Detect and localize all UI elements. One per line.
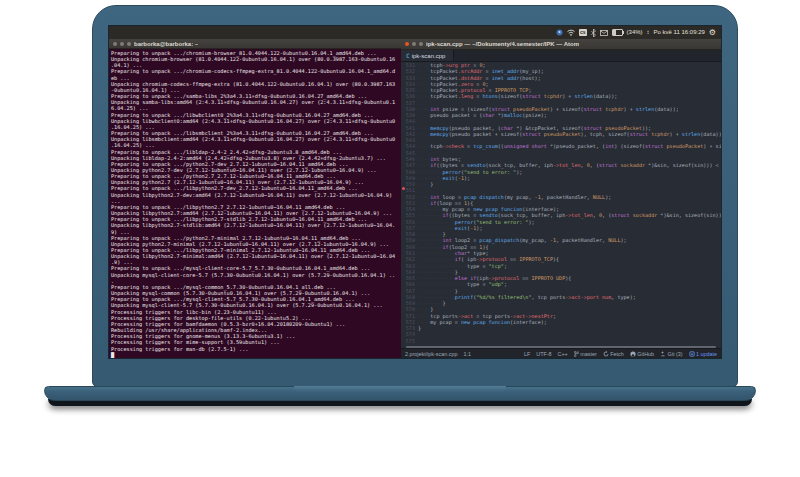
terminal-line: Preparing to unpack .../libpython2.7-dev… xyxy=(111,185,401,191)
session-gear-icon[interactable]: ⚙ xyxy=(709,26,716,39)
arrows-icon[interactable]: ↕ xyxy=(647,26,650,39)
mail-icon[interactable] xyxy=(600,30,608,36)
diff-icon xyxy=(660,351,666,357)
terminal-line: Preparing to unpack .../libwbclient0_2%3… xyxy=(111,112,401,118)
statusbar-right: LFUTF-8C++masterFetchGitHubGit (3)1 upda… xyxy=(524,351,717,357)
status-item-master[interactable]: master xyxy=(574,351,597,357)
terminal-title: barborka@barborka: ~ xyxy=(134,41,198,47)
status-item-1-update[interactable]: 1 update xyxy=(689,351,717,357)
system-panel: cs (34%) ↕ Po kvě 11 16:09:29 ⚙ xyxy=(109,26,721,39)
laptop-mockup: cs (34%) ↕ Po kvě 11 16:09:29 ⚙ barborka… xyxy=(0,0,800,477)
bluetooth-icon[interactable] xyxy=(591,29,596,37)
terminal-line: Unpacking mysql-client-5.7 (5.7.30-0ubun… xyxy=(111,302,401,308)
terminal-line: Unpacking libpython2.7-minimal:amd64 (2.… xyxy=(111,253,401,259)
atom-minimize-button[interactable] xyxy=(412,42,416,46)
tab-label: ipk-scan.cpp xyxy=(412,53,446,59)
atom-title: ipk-scan.cpp — ~/Dokumenty/4.semester/IP… xyxy=(426,41,579,47)
status-item-fetch[interactable]: Fetch xyxy=(603,351,624,357)
battery-percentage: (34%) xyxy=(627,26,643,39)
terminal-line: Unpacking mysql-client-core-5.7 (5.7.30-… xyxy=(111,272,401,278)
terminal-line: █ xyxy=(111,352,401,358)
code-line: 551 xyxy=(401,187,721,193)
atom-maximize-button[interactable] xyxy=(419,42,423,46)
status-item-github[interactable]: GitHub xyxy=(630,351,654,357)
indicator-icon[interactable] xyxy=(556,29,563,36)
sync-icon xyxy=(603,351,609,357)
tab-ipk-scan[interactable]: C ipk-scan.cpp xyxy=(401,50,454,61)
atom-statusbar: 2.projekt/ipk-scan.cpp 1:1 LFUTF-8C++mas… xyxy=(401,348,721,358)
branch-icon xyxy=(574,351,579,357)
code-line: 542····memcpy(pseudo_packet + sizeof(str… xyxy=(401,131,721,137)
cursor-position[interactable]: 1:1 xyxy=(463,351,471,357)
keyboard-layout[interactable]: cs xyxy=(579,29,587,36)
terminal-line: Preparing to unpack .../mysql-client-cor… xyxy=(111,265,401,271)
cpp-file-icon: C xyxy=(406,52,410,59)
github-icon xyxy=(630,351,636,357)
line-number: 575 xyxy=(401,338,418,344)
terminal-window: barborka@barborka: ~ Preparing to unpack… xyxy=(109,39,401,358)
update-icon xyxy=(689,351,695,357)
atom-window: ipk-scan.cpp — ~/Dokumenty/4.semester/IP… xyxy=(401,39,721,358)
code-editor[interactable]: 531····tcph->urg_ptr = 0;532····tcpPacke… xyxy=(401,62,721,344)
terminal-line: Unpacking libwbclient0:amd64 (2:4.3.11+d… xyxy=(111,118,401,124)
code-line: 544····tcph->check = tcp_csum((unsigned … xyxy=(401,143,721,149)
file-path[interactable]: 2.projekt/ipk-scan.cpp xyxy=(405,351,457,357)
terminal-close-button[interactable] xyxy=(113,42,117,46)
code-line: 575 xyxy=(401,338,721,344)
wifi-icon[interactable] xyxy=(567,29,575,36)
terminal-line: Unpacking libldap-2.4-2:amd64 (2.4.42+df… xyxy=(111,155,401,161)
terminal-line: Unpacking libpython2.7-stdlib:amd64 (2.7… xyxy=(111,222,401,228)
atom-tabbar: C ipk-scan.cpp xyxy=(401,50,721,62)
laptop-screen: cs (34%) ↕ Po kvě 11 16:09:29 ⚙ barborka… xyxy=(108,25,722,359)
terminal-maximize-button[interactable] xyxy=(127,42,131,46)
terminal-line: Unpacking samba-libs:amd64 (2:4.3.11+dfs… xyxy=(111,99,401,105)
terminal-output[interactable]: Preparing to unpack .../chromium-browser… xyxy=(109,49,401,358)
status-item-c-[interactable]: C++ xyxy=(558,351,568,357)
battery-icon[interactable] xyxy=(612,29,623,36)
atom-titlebar[interactable]: ipk-scan.cpp — ~/Dokumenty/4.semester/IP… xyxy=(401,39,721,50)
terminal-line: Preparing to unpack .../python2.7-minima… xyxy=(111,235,401,241)
terminal-line: Preparing to unpack .../chromium-codecs-… xyxy=(111,68,401,74)
status-item-lf[interactable]: LF xyxy=(524,351,530,357)
clock[interactable]: Po kvě 11 16:09:29 xyxy=(654,26,705,39)
laptop-base-notch xyxy=(294,386,506,392)
terminal-line: Unpacking libpython2.7-dev:amd64 (2.7.12… xyxy=(111,192,401,198)
terminal-line: Unpacking chromium-browser (81.0.4044.12… xyxy=(111,56,401,62)
status-item-git-3-[interactable]: Git (3) xyxy=(660,351,682,357)
terminal-minimize-button[interactable] xyxy=(120,42,124,46)
atom-close-button[interactable] xyxy=(405,42,409,46)
status-item-utf-8[interactable]: UTF-8 xyxy=(536,351,551,357)
terminal-titlebar[interactable]: barborka@barborka: ~ xyxy=(109,39,401,49)
